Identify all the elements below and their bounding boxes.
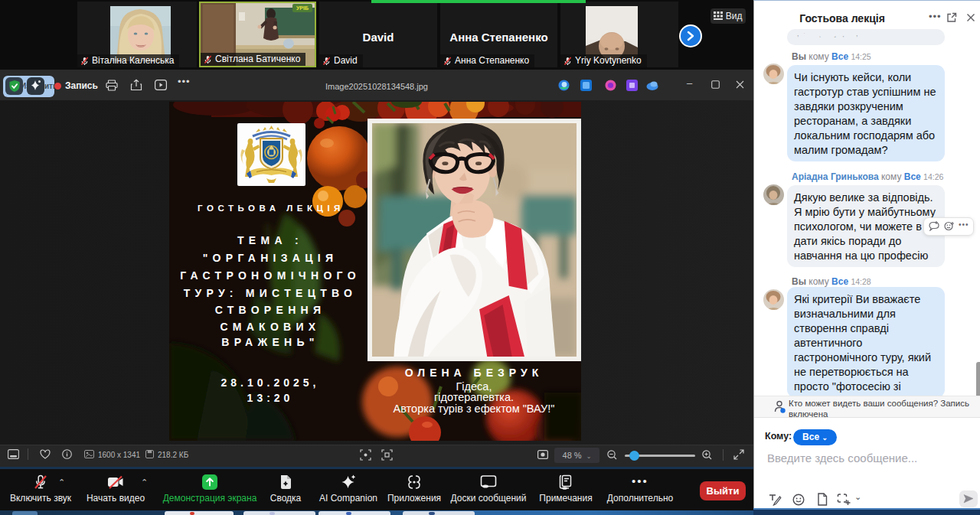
svg-text:УРІБ: УРІБ [296, 5, 309, 11]
